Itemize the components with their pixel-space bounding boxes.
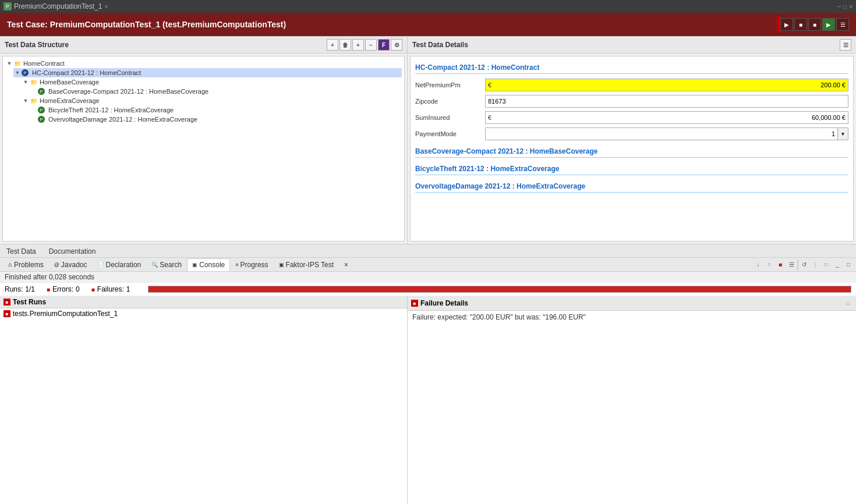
header-btn-1[interactable]: ▶ (780, 18, 793, 31)
toolbar-expand[interactable]: + (352, 39, 364, 51)
icon-hc-compact: P (22, 69, 29, 76)
tree-item-homeextracoverage[interactable]: ▼ 📁 HomeExtraCoverage (22, 96, 402, 105)
main-content: Test Data Structure + 🗑 + − F ⚙ ▼ 📁 Home… (0, 36, 856, 244)
left-panel: Test Data Structure + 🗑 + − F ⚙ ▼ 📁 Home… (0, 36, 408, 244)
label-homecontract: HomeContract (23, 60, 65, 67)
title-bar: P PremiumComputationTest_1 × ─ □ × (0, 0, 856, 13)
console-btn-up[interactable]: ↑ (764, 260, 774, 270)
currency-prefix-suminsured: € (486, 114, 494, 121)
header-icons: ▶ ■ ■ ▶ ☰ (780, 18, 849, 31)
toggle-homecontract[interactable]: ▼ (5, 59, 13, 68)
failures-label: Failures: (97, 285, 124, 293)
tab-console[interactable]: ▣ Console (187, 258, 230, 271)
tree-item-overvoltagedamage[interactable]: P OvervoltageDamage 2021-12 : HomeExtraC… (30, 115, 402, 124)
header-btn-2[interactable]: ■ (794, 18, 807, 31)
header-btn-3[interactable]: ■ (808, 18, 821, 31)
errors-icon: ■ (47, 286, 50, 293)
section-title-hc-compact: HC-Compact 2021-12 : HomeContract (415, 63, 848, 74)
tree-item-bicycletheft[interactable]: P BicycleTheft 2021-12 : HomeExtraCovera… (30, 105, 402, 115)
console-btn-minimize[interactable]: _ (832, 260, 843, 270)
toolbar-delete[interactable]: 🗑 (339, 39, 351, 51)
toolbar-filter[interactable]: F (378, 39, 390, 51)
input-netpremiumpm[interactable] (494, 81, 848, 88)
section-title-basecoverage: BaseCoverage-Compact 2021-12 : HomeBaseC… (415, 147, 848, 158)
runs-value: 1/1 (25, 285, 35, 293)
app-header-title: Test Case: PremiumComputationTest_1 (tes… (7, 20, 773, 29)
input-zipcode[interactable] (485, 95, 848, 108)
tab-label: PremiumComputationTest_1 (14, 2, 102, 10)
console-btn-more[interactable]: ⋮ (810, 260, 820, 270)
header-btn-5[interactable]: ☰ (836, 18, 849, 31)
tab-declaration[interactable]: 📄 Declaration (93, 258, 147, 271)
icon-homeextracoverage: 📁 (30, 97, 38, 105)
window-maximize[interactable]: □ (843, 3, 847, 10)
toolbar-settings[interactable]: ⚙ (391, 39, 402, 51)
tab-progress[interactable]: ≡ Progress (230, 258, 273, 271)
field-row-zipcode: Zipcode (415, 95, 848, 108)
label-basecoverage: BaseCoverage-Compact 2021-12 : HomeBaseC… (48, 88, 208, 95)
tab-test-data[interactable]: Test Data (0, 244, 43, 257)
errors-label: Errors: (52, 285, 73, 293)
tree-item-basecoverage[interactable]: P BaseCoverage-Compact 2021-12 : HomeBas… (30, 87, 402, 96)
currency-prefix-netpremium: € (486, 81, 494, 88)
label-hc-compact: HC-Compact 2021-12 : HomeContract (32, 69, 141, 76)
failure-details-header: ■ Failure Details □ (408, 296, 856, 311)
test-runs-icon: ■ (3, 299, 10, 306)
toggle-homeextracoverage[interactable]: ▼ (22, 97, 30, 105)
test-results-stats: Runs: 1/1 ■ Errors: 0 ■ Failures: 1 (0, 283, 856, 296)
runs-label: Runs: (5, 285, 23, 293)
console-btn-red[interactable]: ■ (775, 260, 786, 270)
field-row-paymentmode: PaymentMode ▼ (415, 127, 848, 140)
paymentmode-dropdown-btn[interactable]: ▼ (838, 127, 848, 140)
tab-documentation[interactable]: Documentation (43, 244, 102, 257)
icon-homecontract: 📁 (13, 59, 22, 68)
header-btn-4[interactable]: ▶ (822, 18, 835, 31)
field-label-netpremiumpm: NetPremiumPm (415, 81, 485, 88)
tab-problems[interactable]: ⚠ Problems (2, 258, 49, 271)
details-collapse-btn[interactable]: ☰ (840, 39, 851, 51)
tree-item-hc-compact[interactable]: ▼ P HC-Compact 2021-12 : HomeContract (13, 68, 402, 77)
toolbar-add[interactable]: + (327, 39, 338, 51)
test-runs-header: ■ Test Runs (0, 296, 407, 308)
label-homeextracoverage: HomeExtraCoverage (40, 97, 100, 104)
input-paymentmode[interactable] (485, 127, 838, 140)
console-btn-down[interactable]: ↓ (753, 260, 763, 270)
field-label-zipcode: Zipcode (415, 98, 485, 105)
toolbar-collapse[interactable]: − (365, 39, 377, 51)
icon-overvoltagedamage: P (38, 116, 45, 123)
field-label-paymentmode: PaymentMode (415, 130, 485, 137)
test-run-item[interactable]: ■ tests.PremiumComputationTest_1 (0, 308, 407, 319)
console-btn-maximize[interactable]: □ (843, 260, 854, 270)
problems-icon: ⚠ (8, 262, 12, 268)
console-btn-list[interactable]: ☰ (786, 260, 797, 270)
tab-javadoc[interactable]: @ Javadoc (49, 258, 93, 271)
tree-item-homebasecoverage[interactable]: ▼ 📁 HomeBaseCoverage (22, 77, 402, 87)
progress-icon: ≡ (235, 262, 238, 268)
console-btn-expand[interactable]: □ (821, 260, 832, 270)
failure-details-panel: ■ Failure Details □ Failure: expected: "… (408, 296, 856, 504)
tab-icon: P (3, 2, 12, 10)
toggle-hc-compact[interactable]: ▼ (13, 69, 22, 77)
icon-bicycletheft: P (38, 107, 45, 113)
console-status-text: Finished after 0,028 seconds (5, 273, 94, 281)
tab-close[interactable]: × (104, 3, 108, 10)
javadoc-icon: @ (54, 262, 59, 268)
tab-search[interactable]: 🔍 Search (146, 258, 187, 271)
tab-faktor-ips-test[interactable]: ▣ Faktor-IPS Test (274, 258, 339, 271)
stat-errors: ■ Errors: 0 (47, 285, 80, 293)
console-btn-refresh[interactable]: ↺ (799, 260, 809, 270)
failure-message: Failure: expected: "200.00 EUR" but was:… (412, 313, 586, 321)
tree-item-homecontract[interactable]: ▼ 📁 HomeContract (5, 59, 402, 68)
input-suminsured[interactable] (494, 114, 848, 121)
label-overvoltagedamage: OvervoltageDamage 2021-12 : HomeExtraCov… (48, 116, 197, 123)
window-close[interactable]: × (849, 3, 853, 10)
search-icon: 🔍 (151, 262, 158, 268)
failure-expand-btn[interactable]: □ (843, 298, 853, 308)
declaration-icon: 📄 (98, 262, 104, 268)
window-minimize[interactable]: ─ (837, 3, 841, 10)
tab-faktor-close[interactable]: × (339, 258, 353, 271)
right-panel-title: Test Data Details (412, 41, 840, 49)
section-title-overvoltagedamage: OvervoltageDamage 2021-12 : HomeExtraCov… (415, 182, 848, 193)
toggle-homebasecoverage[interactable]: ▼ (22, 78, 30, 86)
field-label-suminsured: SumInsured (415, 114, 485, 121)
